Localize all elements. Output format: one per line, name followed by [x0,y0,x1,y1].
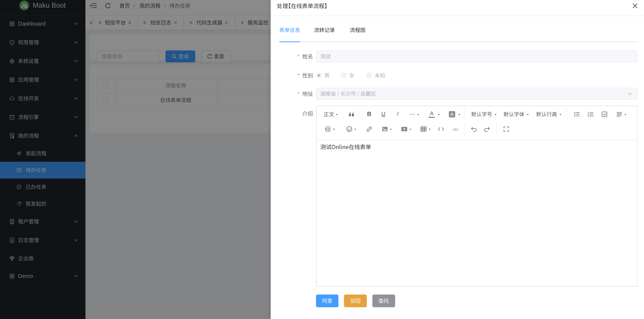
svg-text:3: 3 [588,115,589,118]
